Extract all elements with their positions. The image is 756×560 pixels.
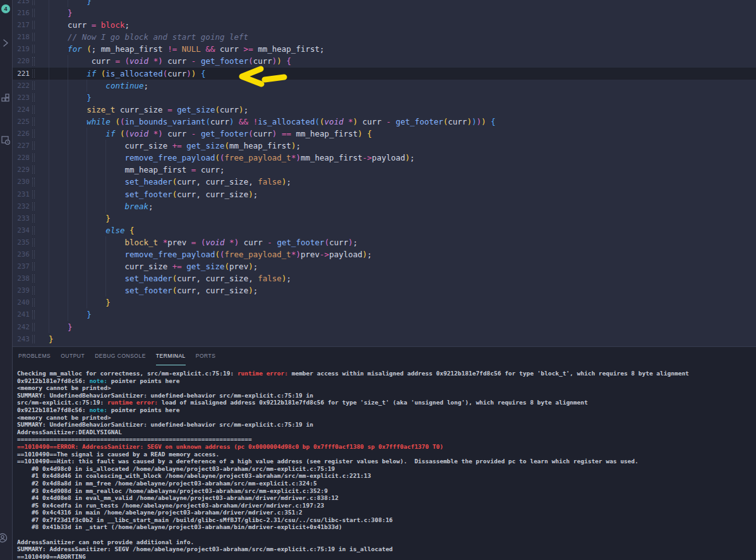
line-number[interactable]: 223	[12, 92, 30, 104]
account-icon[interactable]	[0, 533, 8, 543]
indent-guide	[49, 248, 49, 260]
terminal-line: AddressSanitizer:DEADLYSIGNAL	[17, 429, 756, 436]
line-number[interactable]: 219	[12, 43, 30, 55]
line-number[interactable]: 216	[12, 7, 30, 19]
code-line-224[interactable]: 224size_t curr_size = get_size(curr);	[12, 104, 756, 116]
indent-guide	[49, 284, 49, 296]
line-number[interactable]: 217	[12, 19, 30, 31]
gutter-change-mark	[32, 9, 35, 17]
terminal-line: #5 0x4cedfa in run_tests /home/abelayne/…	[17, 502, 756, 509]
indent-guide	[68, 224, 68, 236]
extensions-icon[interactable]	[1, 94, 11, 104]
code-line-215[interactable]: 215}	[12, 0, 756, 7]
line-number[interactable]: 227	[12, 140, 30, 152]
line-number[interactable]: 232	[12, 200, 30, 212]
code-line-231[interactable]: 231set_footer(curr, curr_size);	[12, 188, 756, 200]
code-line-223[interactable]: 223}	[12, 92, 756, 104]
code-line-237[interactable]: 237curr_size += get_size(prev);	[12, 260, 756, 272]
line-number[interactable]: 230	[12, 176, 30, 188]
line-number[interactable]: 240	[12, 296, 30, 308]
line-number[interactable]: 228	[12, 152, 30, 164]
line-number[interactable]: 225	[12, 116, 30, 128]
line-number[interactable]: 222	[12, 80, 30, 92]
code-text: if (is_allocated(curr)) {	[49, 68, 756, 80]
line-number[interactable]: 221	[12, 68, 30, 80]
code-line-235[interactable]: 235block_t *prev = (void *) curr - get_f…	[12, 236, 756, 248]
code-line-225[interactable]: 225while ((in_bounds_variant(curr) && !i…	[12, 116, 756, 128]
code-editor[interactable]: 215}216}217curr = block;218// Now I go b…	[12, 0, 756, 346]
indent-guide	[105, 248, 106, 260]
line-number[interactable]: 224	[12, 104, 30, 116]
line-number[interactable]: 235	[12, 236, 30, 248]
line-number[interactable]: 220	[12, 55, 30, 67]
indent-guide	[49, 236, 49, 248]
vscode-window: 4 215}216}217curr = block;218// Now I go…	[0, 0, 756, 560]
code-line-239[interactable]: 239set_footer(curr, curr_size);	[12, 284, 756, 296]
code-line-217[interactable]: 217curr = block;	[12, 19, 756, 31]
line-number[interactable]: 238	[12, 272, 30, 284]
code-line-238[interactable]: 238set_header(curr, curr_size, false);	[12, 272, 756, 284]
source-control-badge[interactable]: 4	[1, 4, 10, 13]
code-line-243[interactable]: 243}	[12, 333, 756, 345]
line-number[interactable]: 229	[12, 164, 30, 176]
gutter-change-mark	[32, 262, 35, 271]
code-text: }	[49, 333, 756, 345]
code-line-240[interactable]: 240}	[12, 296, 756, 308]
panel-tab-output[interactable]: OUTPUT	[61, 347, 85, 365]
code-line-220[interactable]: 220curr = (void *) curr - get_footer(cur…	[12, 55, 756, 67]
panel-tab-terminal[interactable]: TERMINAL	[156, 347, 186, 365]
code-line-236[interactable]: 236remove_free_payload((free_payload_t*)…	[12, 248, 756, 260]
code-line-226[interactable]: 226if ((void *) curr - get_footer(curr) …	[12, 128, 756, 140]
line-number[interactable]: 236	[12, 248, 30, 260]
indent-guide	[105, 164, 106, 176]
code-line-233[interactable]: 233}	[12, 212, 756, 224]
code-line-216[interactable]: 216}	[12, 7, 756, 19]
line-number[interactable]: 215	[12, 0, 30, 7]
remote-explorer-icon[interactable]	[1, 135, 11, 145]
code-text: while ((in_bounds_variant(curr) && !is_a…	[49, 116, 756, 128]
line-number[interactable]: 242	[12, 321, 30, 333]
code-line-229[interactable]: 229mm_heap_first = curr;	[12, 164, 756, 176]
code-line-221[interactable]: 221if (is_allocated(curr)) {	[12, 68, 756, 80]
line-number[interactable]: 237	[12, 260, 30, 272]
code-line-230[interactable]: 230set_header(curr, curr_size, false);	[12, 176, 756, 188]
indent-guide	[105, 200, 106, 212]
line-number[interactable]: 243	[12, 333, 30, 345]
run-chevron-icon[interactable]	[1, 38, 11, 48]
gutter-change-mark	[32, 250, 35, 259]
line-number[interactable]: 233	[12, 212, 30, 224]
indent-guide	[68, 200, 68, 212]
code-text: }	[49, 92, 756, 104]
code-text: remove_free_payload((free_payload_t*)pre…	[49, 248, 756, 260]
code-text: }	[49, 296, 756, 308]
code-text: set_footer(curr, curr_size);	[49, 188, 756, 200]
code-line-228[interactable]: 228remove_free_payload((free_payload_t*)…	[12, 152, 756, 164]
panel-tab-problems[interactable]: PROBLEMS	[18, 347, 51, 365]
code-line-227[interactable]: 227curr_size += get_size(mm_heap_first);	[12, 140, 756, 152]
gutter-change-mark	[32, 21, 35, 29]
indent-guide	[68, 116, 68, 128]
indent-guide	[87, 284, 87, 296]
line-number[interactable]: 226	[12, 128, 30, 140]
terminal-output[interactable]: Checking mm_malloc for correctness, src/…	[12, 365, 756, 560]
code-line-241[interactable]: 241}	[12, 308, 756, 320]
code-line-222[interactable]: 222continue;	[12, 80, 756, 92]
indent-guide	[49, 188, 49, 200]
panel-tab-debug-console[interactable]: DEBUG CONSOLE	[95, 347, 146, 365]
line-number[interactable]: 241	[12, 308, 30, 320]
terminal-line: #8 0x41b33d in _start (/home/abelayne/pr…	[17, 523, 756, 531]
code-line-219[interactable]: 219for (; mm_heap_first != NULL && curr …	[12, 43, 756, 55]
code-text: continue;	[49, 80, 756, 92]
line-number[interactable]: 234	[12, 224, 30, 236]
line-number[interactable]: 239	[12, 284, 30, 296]
line-number[interactable]: 218	[12, 31, 30, 43]
code-line-234[interactable]: 234else {	[12, 224, 756, 236]
code-line-232[interactable]: 232break;	[12, 200, 756, 212]
panel-tab-ports[interactable]: PORTS	[196, 347, 216, 365]
code-text: curr = (void *) curr - get_footer(curr))…	[49, 55, 756, 67]
gutter-change-mark	[32, 323, 35, 331]
line-number[interactable]: 231	[12, 188, 30, 200]
code-line-218[interactable]: 218// Now I go block and start going lef…	[12, 31, 756, 43]
code-line-242[interactable]: 242}	[12, 321, 756, 333]
indent-guide	[49, 104, 49, 116]
